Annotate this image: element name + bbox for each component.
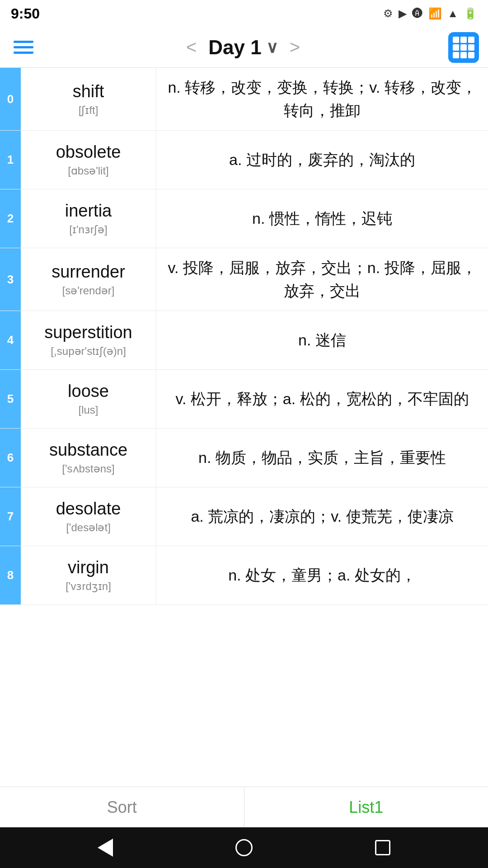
word-phonetic: [ʃɪft] bbox=[79, 104, 99, 117]
row-index: 2 bbox=[0, 189, 21, 248]
row-index: 4 bbox=[0, 311, 21, 369]
table-row[interactable]: 7 desolate ['desələt] a. 荒凉的，凄凉的；v. 使荒芜，… bbox=[0, 487, 488, 546]
signal-icon: ▲ bbox=[447, 7, 458, 20]
word-definition: n. 物质，物品，实质，主旨，重要性 bbox=[156, 429, 488, 487]
bottom-tabs: Sort List1 bbox=[0, 787, 488, 827]
word-phonetic: [ˌsupər'stɪʃ(ə)n] bbox=[51, 345, 126, 358]
word-english: desolate bbox=[56, 499, 121, 519]
word-cell: superstition [ˌsupər'stɪʃ(ə)n] bbox=[21, 311, 156, 369]
word-cell: shift [ʃɪft] bbox=[21, 68, 156, 130]
table-row[interactable]: 0 shift [ʃɪft] n. 转移，改变，变换，转换；v. 转移，改变，转… bbox=[0, 68, 488, 131]
table-row[interactable]: 3 surrender [sə'rendər] v. 投降，屈服，放弃，交出；n… bbox=[0, 248, 488, 311]
table-row[interactable]: 2 inertia [ɪ'nɜrʃə] n. 惯性，惰性，迟钝 bbox=[0, 189, 488, 248]
android-nav-bar bbox=[0, 827, 488, 868]
chevron-down-icon: ∨ bbox=[266, 38, 278, 57]
word-phonetic: ['sʌbstəns] bbox=[62, 462, 114, 475]
home-button[interactable] bbox=[235, 839, 253, 856]
tab-list1[interactable]: List1 bbox=[244, 787, 488, 827]
word-phonetic: [ɪ'nɜrʃə] bbox=[69, 223, 107, 236]
table-row[interactable]: 4 superstition [ˌsupər'stɪʃ(ə)n] n. 迷信 bbox=[0, 311, 488, 370]
word-definition: n. 转移，改变，变换，转换；v. 转移，改变，转向，推卸 bbox=[156, 68, 488, 130]
word-cell: obsolete [ɑbsə'lit] bbox=[21, 131, 156, 189]
word-phonetic: ['vɜrdʒɪn] bbox=[66, 580, 111, 593]
wifi-icon: 📶 bbox=[428, 7, 442, 20]
word-phonetic: [lus] bbox=[78, 404, 98, 416]
word-definition: n. 处女，童男；a. 处女的， bbox=[156, 546, 488, 604]
word-english: surrender bbox=[52, 262, 125, 282]
menu-button[interactable] bbox=[9, 36, 38, 58]
word-definition: a. 荒凉的，凄凉的；v. 使荒芜，使凄凉 bbox=[156, 487, 488, 546]
word-cell: virgin ['vɜrdʒɪn] bbox=[21, 546, 156, 604]
row-index: 6 bbox=[0, 429, 21, 487]
word-english: loose bbox=[68, 382, 109, 401]
battery-icon: 🔋 bbox=[464, 7, 477, 20]
play-icon: ▶ bbox=[399, 7, 407, 20]
word-cell: inertia [ɪ'nɜrʃə] bbox=[21, 189, 156, 248]
settings-icon: ⚙ bbox=[383, 7, 393, 20]
tab-sort[interactable]: Sort bbox=[0, 787, 244, 827]
word-english: virgin bbox=[68, 558, 109, 577]
word-phonetic: [sə'rendər] bbox=[62, 284, 115, 297]
top-nav-bar: < Day 1 ∨ > bbox=[0, 27, 488, 68]
word-english: obsolete bbox=[56, 142, 121, 162]
word-definition: n. 惯性，惰性，迟钝 bbox=[156, 189, 488, 248]
row-index: 5 bbox=[0, 370, 21, 428]
table-row[interactable]: 1 obsolete [ɑbsə'lit] a. 过时的，废弃的，淘汰的 bbox=[0, 131, 488, 189]
word-english: shift bbox=[73, 82, 104, 101]
word-definition: v. 投降，屈服，放弃，交出；n. 投降，屈服，放弃，交出 bbox=[156, 248, 488, 311]
word-english: superstition bbox=[44, 323, 132, 342]
back-button[interactable] bbox=[98, 839, 113, 857]
grid-view-button[interactable] bbox=[448, 32, 479, 63]
word-english: inertia bbox=[65, 201, 112, 221]
day-title[interactable]: Day 1 ∨ bbox=[208, 36, 277, 59]
next-day-button[interactable]: > bbox=[285, 37, 305, 57]
word-cell: substance ['sʌbstəns] bbox=[21, 429, 156, 487]
word-phonetic: [ɑbsə'lit] bbox=[68, 165, 109, 177]
row-index: 3 bbox=[0, 248, 21, 311]
grid-icon bbox=[453, 37, 474, 58]
word-cell: loose [lus] bbox=[21, 370, 156, 428]
row-index: 0 bbox=[0, 68, 21, 130]
word-cell: desolate ['desələt] bbox=[21, 487, 156, 546]
text-icon: 🅐 bbox=[412, 7, 423, 20]
status-icons: ⚙ ▶ 🅐 📶 ▲ 🔋 bbox=[383, 7, 477, 20]
word-definition: n. 迷信 bbox=[156, 311, 488, 369]
row-index: 1 bbox=[0, 131, 21, 189]
status-time: 9:50 bbox=[11, 5, 40, 22]
word-cell: surrender [sə'rendər] bbox=[21, 248, 156, 311]
prev-day-button[interactable]: < bbox=[182, 37, 201, 57]
word-definition: a. 过时的，废弃的，淘汰的 bbox=[156, 131, 488, 189]
word-phonetic: ['desələt] bbox=[66, 521, 111, 534]
row-index: 8 bbox=[0, 546, 21, 604]
table-row[interactable]: 5 loose [lus] v. 松开，释放；a. 松的，宽松的，不牢固的 bbox=[0, 370, 488, 429]
nav-title-area: < Day 1 ∨ > bbox=[182, 36, 305, 59]
word-definition: v. 松开，释放；a. 松的，宽松的，不牢固的 bbox=[156, 370, 488, 428]
word-english: substance bbox=[49, 440, 127, 460]
word-list: 0 shift [ʃɪft] n. 转移，改变，变换，转换；v. 转移，改变，转… bbox=[0, 68, 488, 787]
status-bar: 9:50 ⚙ ▶ 🅐 📶 ▲ 🔋 bbox=[0, 0, 488, 27]
table-row[interactable]: 8 virgin ['vɜrdʒɪn] n. 处女，童男；a. 处女的， bbox=[0, 546, 488, 605]
table-row[interactable]: 6 substance ['sʌbstəns] n. 物质，物品，实质，主旨，重… bbox=[0, 429, 488, 487]
row-index: 7 bbox=[0, 487, 21, 546]
recents-button[interactable] bbox=[375, 840, 390, 855]
